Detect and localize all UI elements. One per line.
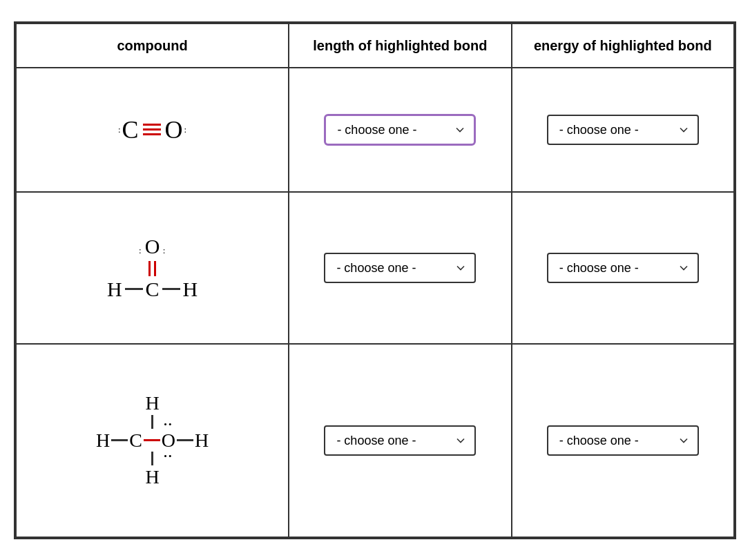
- hcho-length-cell: - choose one - Option A Option B Option …: [289, 192, 511, 344]
- hcho-double-bond: [148, 261, 156, 276]
- methanol-energy-cell: - choose one - Option A Option B Option …: [512, 344, 734, 537]
- header-compound: compound: [16, 23, 289, 68]
- compound-methanol: H H C •• O: [16, 344, 289, 537]
- methanol-oxygen: •• O ••: [162, 429, 175, 452]
- hcho-hch-row: H C H: [107, 278, 198, 301]
- co-energy-select[interactable]: - choose one - Option A Option B Option …: [547, 115, 699, 145]
- hcho-energy-select[interactable]: - choose one - Option A Option B Option …: [547, 253, 699, 283]
- methanol-vert-bond-bottom: [151, 452, 153, 465]
- methanol-vert-bond-top: [151, 415, 153, 429]
- hcho-energy-cell: - choose one - Option A Option B Option …: [512, 192, 734, 344]
- header-energy: energy of highlighted bond: [512, 23, 734, 68]
- co-energy-cell: - choose one - Option A Option B Option …: [512, 68, 734, 192]
- co-lone-pair-right: :: [184, 125, 187, 134]
- comparison-table: compound length of highlighted bond ener…: [15, 23, 735, 538]
- co-length-select[interactable]: - choose one - Option A Option B Option …: [324, 114, 476, 146]
- co-triple-bond: [143, 124, 161, 135]
- compound-co: : C O :: [16, 68, 289, 192]
- header-length: length of highlighted bond: [289, 23, 511, 68]
- methanol-length-cell: - choose one - Option A Option B Option …: [289, 344, 511, 537]
- methanol-top-h: H: [145, 392, 159, 415]
- hcho-length-select[interactable]: - choose one - Option A Option B Option …: [324, 253, 476, 283]
- compound-hcho: : O : H C H: [16, 192, 289, 344]
- co-carbon: C: [122, 115, 139, 144]
- co-lone-pair-left: :: [118, 125, 121, 134]
- co-length-cell: - choose one - Option A Option B Option …: [289, 68, 511, 192]
- methanol-length-select[interactable]: - choose one - Option A Option B Option …: [324, 425, 476, 456]
- methanol-middle-row: H C •• O •• H: [96, 429, 209, 452]
- co-oxygen: O: [165, 115, 183, 144]
- hcho-oxygen: : O :: [139, 235, 166, 258]
- main-table-container: compound length of highlighted bond ener…: [14, 21, 736, 539]
- methanol-bottom-h: H: [145, 465, 159, 489]
- methanol-energy-select[interactable]: - choose one - Option A Option B Option …: [547, 425, 699, 456]
